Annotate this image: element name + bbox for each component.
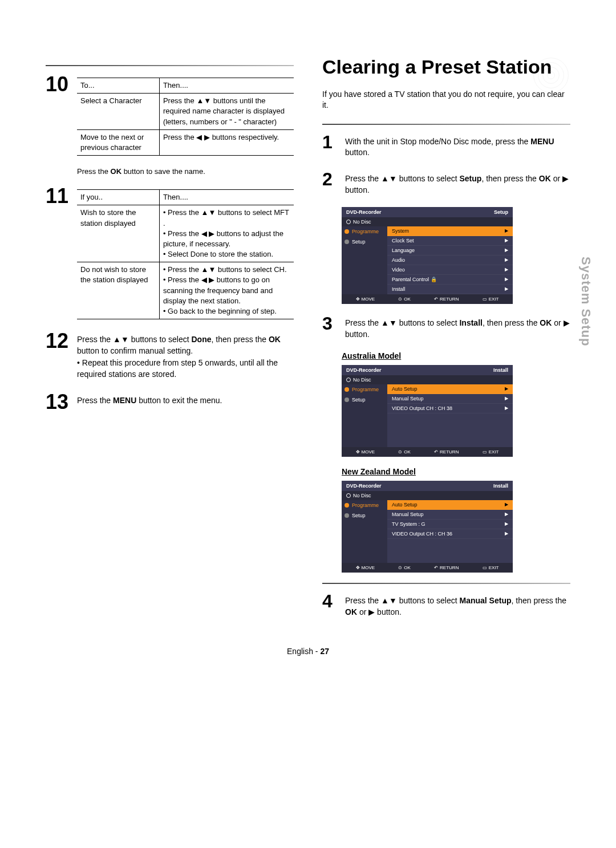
- page-footer: English - 27: [46, 647, 570, 656]
- osd-menu-row: Video▶: [387, 265, 513, 275]
- step-number: 2: [322, 170, 339, 188]
- right-column: Clearing a Preset Station If you have st…: [322, 57, 570, 630]
- osd-menu-row: VIDEO Output CH : CH 36▶: [387, 529, 513, 539]
- step-number: 12: [46, 331, 71, 351]
- step-number: 1: [322, 133, 339, 151]
- step-12: 12 Press the ▲▼ buttons to select Done, …: [46, 331, 294, 380]
- osd-menu-row: Auto Setup▶: [387, 500, 513, 510]
- osd-hint: ⊙ OK: [398, 297, 411, 302]
- bullet: • Press the ▲▼ buttons to select MFT .: [163, 208, 290, 228]
- osd-menu-row: Auto Setup▶: [387, 384, 513, 394]
- step-11-table: If you.. Then.... Wish to store the stat…: [77, 189, 294, 319]
- table-header: Then....: [159, 190, 294, 205]
- step-11: 11 If you.. Then.... Wish to store the s…: [46, 186, 294, 319]
- disc-icon: [513, 57, 570, 103]
- svg-point-1: [538, 63, 564, 88]
- step-number: 3: [322, 314, 339, 332]
- table-header: Then....: [159, 78, 294, 94]
- step-13: 13 Press the MENU button to exit the men…: [46, 392, 294, 412]
- left-column: 10 To... Then.... Select a Character Pre…: [46, 57, 294, 630]
- model-label-australia: Australia Model: [342, 351, 570, 360]
- clear-step-2: 2 Press the ▲▼ buttons to select Setup, …: [322, 170, 570, 196]
- table-cell: Press the ◀ ▶ buttons respectively.: [159, 129, 294, 155]
- osd-nav-item: Setup: [342, 395, 387, 405]
- osd-screenshot-install-nz: DVD-RecorderInstall No Disc Programme Se…: [342, 481, 513, 573]
- osd-screenshot-install-aus: DVD-RecorderInstall No Disc Programme Se…: [342, 365, 513, 457]
- osd-menu-row: Language▶: [387, 246, 513, 255]
- osd-hint: ✥ MOVE: [356, 449, 375, 455]
- svg-point-0: [534, 58, 569, 93]
- osd-nav-item: Programme: [342, 500, 387, 510]
- osd-menu-row: Manual Setup▶: [387, 510, 513, 520]
- osd-hint: ↶ RETURN: [434, 449, 459, 455]
- section-tab: System Setup: [578, 257, 593, 347]
- step-number: 10: [46, 74, 71, 95]
- step-10: 10 To... Then.... Select a Character Pre…: [46, 74, 294, 156]
- table-cell: • Press the ▲▼ buttons to select MFT . •…: [159, 205, 294, 262]
- bullet: • Press the ◀ ▶ buttons to go on scannin…: [163, 275, 290, 306]
- step-number: 4: [322, 592, 339, 610]
- osd-hint: ✥ MOVE: [356, 297, 375, 302]
- bullet: • Press the ◀ ▶ buttons to adjust the pi…: [163, 229, 290, 249]
- osd-hint: ↶ RETURN: [434, 297, 459, 302]
- table-header: If you..: [77, 190, 159, 205]
- step-10-table: To... Then.... Select a Character Press …: [77, 78, 294, 156]
- step-number: 13: [46, 392, 71, 412]
- osd-hint: ▭ EXIT: [483, 297, 499, 302]
- divider: [46, 65, 294, 66]
- table-cell: Select a Character: [77, 94, 159, 130]
- osd-menu-row: Audio▶: [387, 255, 513, 265]
- osd-nav-item: Programme: [342, 384, 387, 395]
- step-10-note: Press the OK button to save the name.: [77, 167, 294, 176]
- osd-hint: ▭ EXIT: [483, 565, 499, 570]
- svg-point-3: [548, 72, 555, 79]
- section-heading: Clearing a Preset Station: [322, 57, 570, 78]
- svg-point-2: [543, 67, 560, 84]
- osd-menu-row: VIDEO Output CH : CH 38▶: [387, 404, 513, 413]
- clear-step-4: 4 Press the ▲▼ buttons to select Manual …: [322, 592, 570, 618]
- osd-screenshot-setup: DVD-RecorderSetup No Disc Programme Setu…: [342, 207, 513, 304]
- osd-menu-row: Clock Set▶: [387, 236, 513, 246]
- table-cell: Wish to store the station displayed: [77, 205, 159, 262]
- bullet: • Press the ▲▼ buttons to select CH.: [163, 265, 290, 275]
- step-12-text: Press the ▲▼ buttons to select Done, the…: [77, 331, 294, 380]
- table-cell: • Press the ▲▼ buttons to select CH. • P…: [159, 262, 294, 319]
- step-number: 11: [46, 186, 71, 206]
- osd-menu-row: Manual Setup▶: [387, 394, 513, 404]
- clear-step-1: 1 With the unit in Stop mode/No Disc mod…: [322, 133, 570, 159]
- osd-hint: ↶ RETURN: [434, 565, 459, 570]
- table-cell: Do not wish to store the station display…: [77, 262, 159, 319]
- divider: [322, 124, 570, 125]
- osd-hint: ⊙ OK: [398, 565, 411, 570]
- osd-nav-item: Setup: [342, 510, 387, 521]
- table-cell: Move to the next or previous character: [77, 129, 159, 155]
- osd-hint: ⊙ OK: [398, 449, 411, 455]
- osd-nav-item: Programme: [342, 226, 387, 237]
- osd-menu-row: TV System : G▶: [387, 520, 513, 529]
- osd-menu-row: System▶: [387, 226, 513, 236]
- table-header: To...: [77, 78, 159, 94]
- table-cell: Press the ▲▼ buttons until the required …: [159, 94, 294, 130]
- model-label-nz: New Zealand Model: [342, 467, 570, 476]
- step-13-text: Press the MENU button to exit the menu.: [77, 392, 294, 407]
- osd-menu-row: Install▶: [387, 285, 513, 294]
- osd-hint: ▭ EXIT: [483, 449, 499, 455]
- clear-step-3: 3 Press the ▲▼ buttons to select Install…: [322, 314, 570, 340]
- osd-nav-item: Setup: [342, 237, 387, 247]
- osd-menu-row: Parental Control 🔒▶: [387, 275, 513, 285]
- bullet: • Go back to the beginning of step.: [163, 306, 290, 317]
- divider: [322, 583, 570, 584]
- osd-hint: ✥ MOVE: [356, 565, 375, 570]
- bullet: • Select Done to store the station.: [163, 249, 290, 259]
